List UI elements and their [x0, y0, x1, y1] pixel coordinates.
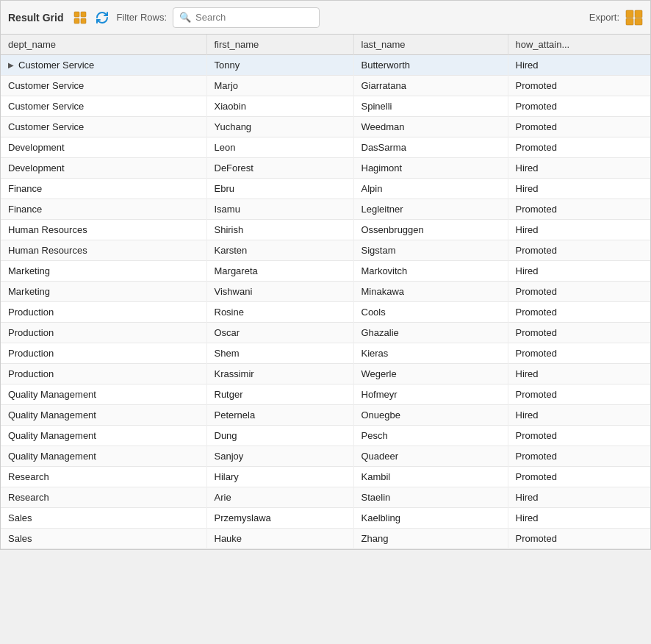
- cell-dept: Production: [1, 343, 206, 364]
- col-header-last: last_name: [353, 35, 508, 55]
- table-row[interactable]: Quality ManagementRutgerHofmeyrPromoted: [1, 384, 650, 405]
- table-row[interactable]: ProductionShemKierasPromoted: [1, 343, 650, 364]
- cell-first: Tonny: [206, 55, 353, 76]
- cell-first: Leon: [206, 137, 353, 158]
- cell-first: Shirish: [206, 220, 353, 240]
- cell-first: Dung: [206, 426, 353, 446]
- table-row[interactable]: SalesHaukeZhangPromoted: [1, 529, 650, 549]
- table-row[interactable]: SalesPrzemyslawaKaelblingHired: [1, 508, 650, 529]
- svg-rect-7: [635, 18, 642, 25]
- table-row[interactable]: Human ResourcesKarstenSigstamPromoted: [1, 240, 650, 261]
- grid-icon[interactable]: [72, 10, 88, 26]
- table-row[interactable]: Quality ManagementDungPeschPromoted: [1, 426, 650, 446]
- svg-rect-5: [635, 10, 642, 18]
- table-row[interactable]: DevelopmentLeonDasSarmaPromoted: [1, 137, 650, 158]
- cell-last: Hofmeyr: [353, 384, 508, 405]
- table-row[interactable]: ProductionRosineCoolsPromoted: [1, 302, 650, 323]
- cell-last: Minakawa: [353, 282, 508, 302]
- cell-first: Hauke: [206, 529, 353, 549]
- cell-last: Ghazalie: [353, 323, 508, 343]
- table-wrapper: dept_name first_name last_name how_attai…: [1, 35, 650, 549]
- search-box[interactable]: 🔍: [173, 7, 320, 28]
- cell-last: Spinelli: [353, 96, 508, 117]
- cell-last: DasSarma: [353, 137, 508, 158]
- cell-dept: Development: [1, 137, 206, 158]
- cell-first: Rosine: [206, 302, 353, 323]
- cell-last: Staelin: [353, 487, 508, 508]
- cell-how-attain: Hired: [508, 508, 650, 529]
- cell-dept: Human Resources: [1, 220, 206, 240]
- search-input[interactable]: [195, 12, 298, 23]
- cell-how-attain: Promoted: [508, 426, 650, 446]
- table-row[interactable]: ResearchHilaryKambilPromoted: [1, 467, 650, 487]
- cell-last: Cools: [353, 302, 508, 323]
- cell-first: Marjo: [206, 76, 353, 96]
- cell-first: Xiaobin: [206, 96, 353, 117]
- cell-dept: Sales: [1, 529, 206, 549]
- cell-how-attain: Hired: [508, 220, 650, 240]
- cell-how-attain: Promoted: [508, 96, 650, 117]
- cell-dept: Marketing: [1, 282, 206, 302]
- cell-dept: Customer Service: [1, 76, 206, 96]
- row-indicator-icon: ▶: [8, 61, 14, 69]
- cell-dept: Research: [1, 487, 206, 508]
- toolbar-title: Result Grid: [8, 12, 63, 24]
- cell-how-attain: Hired: [508, 158, 650, 179]
- svg-rect-1: [81, 12, 86, 17]
- table-row[interactable]: FinanceIsamuLegleitnerPromoted: [1, 199, 650, 220]
- cell-how-attain: Promoted: [508, 282, 650, 302]
- cell-how-attain: Promoted: [508, 117, 650, 137]
- cell-how-attain: Promoted: [508, 199, 650, 220]
- cell-first: Yuchang: [206, 117, 353, 137]
- svg-rect-4: [626, 10, 633, 18]
- cell-last: Wegerle: [353, 364, 508, 384]
- cell-last: Ossenbruggen: [353, 220, 508, 240]
- table-body: ▶Customer ServiceTonnyButterworthHiredCu…: [1, 55, 650, 549]
- cell-how-attain: Hired: [508, 55, 650, 76]
- cell-dept: Research: [1, 467, 206, 487]
- table-row[interactable]: ResearchArieStaelinHired: [1, 487, 650, 508]
- cell-last: Giarratana: [353, 76, 508, 96]
- cell-dept: Production: [1, 364, 206, 384]
- table-row[interactable]: ProductionOscarGhazaliePromoted: [1, 323, 650, 343]
- table-row[interactable]: Customer ServiceYuchangWeedmanPromoted: [1, 117, 650, 137]
- refresh-icon[interactable]: [94, 10, 110, 26]
- table-row[interactable]: DevelopmentDeForestHagimontHired: [1, 158, 650, 179]
- table-row[interactable]: FinanceEbruAlpinHired: [1, 179, 650, 199]
- cell-how-attain: Hired: [508, 405, 650, 426]
- filter-label: Filter Rows:: [116, 12, 167, 23]
- svg-rect-3: [81, 18, 86, 24]
- table-row[interactable]: Quality ManagementPeternelaOnuegbeHired: [1, 405, 650, 426]
- cell-dept: Quality Management: [1, 446, 206, 467]
- svg-rect-2: [74, 18, 79, 24]
- cell-how-attain: Promoted: [508, 446, 650, 467]
- result-table: dept_name first_name last_name how_attai…: [1, 35, 650, 549]
- table-row[interactable]: Quality ManagementSanjoyQuadeerPromoted: [1, 446, 650, 467]
- table-row[interactable]: Customer ServiceMarjoGiarratanaPromoted: [1, 76, 650, 96]
- cell-how-attain: Promoted: [508, 76, 650, 96]
- cell-dept: Production: [1, 302, 206, 323]
- table-row[interactable]: MarketingVishwaniMinakawaPromoted: [1, 282, 650, 302]
- cell-dept: Customer Service: [1, 96, 206, 117]
- cell-last: Weedman: [353, 117, 508, 137]
- col-header-dept: dept_name: [1, 35, 206, 55]
- cell-dept: Finance: [1, 199, 206, 220]
- table-row[interactable]: Customer ServiceXiaobinSpinelliPromoted: [1, 96, 650, 117]
- cell-first: Hilary: [206, 467, 353, 487]
- table-row[interactable]: Human ResourcesShirishOssenbruggenHired: [1, 220, 650, 240]
- cell-dept: Human Resources: [1, 240, 206, 261]
- table-row[interactable]: ▶Customer ServiceTonnyButterworthHired: [1, 55, 650, 76]
- cell-first: Peternela: [206, 405, 353, 426]
- main-container: Result Grid Filter Rows: 🔍 Export:: [0, 0, 651, 550]
- table-row[interactable]: ProductionKrassimirWegerleHired: [1, 364, 650, 384]
- cell-dept: Customer Service: [1, 117, 206, 137]
- svg-rect-6: [626, 18, 633, 25]
- export-icon[interactable]: [625, 10, 643, 26]
- table-row[interactable]: MarketingMargaretaMarkovitchHired: [1, 261, 650, 282]
- table-header: dept_name first_name last_name how_attai…: [1, 35, 650, 55]
- cell-dept: Finance: [1, 179, 206, 199]
- cell-last: Onuegbe: [353, 405, 508, 426]
- cell-last: Sigstam: [353, 240, 508, 261]
- cell-how-attain: Promoted: [508, 467, 650, 487]
- cell-first: Przemyslawa: [206, 508, 353, 529]
